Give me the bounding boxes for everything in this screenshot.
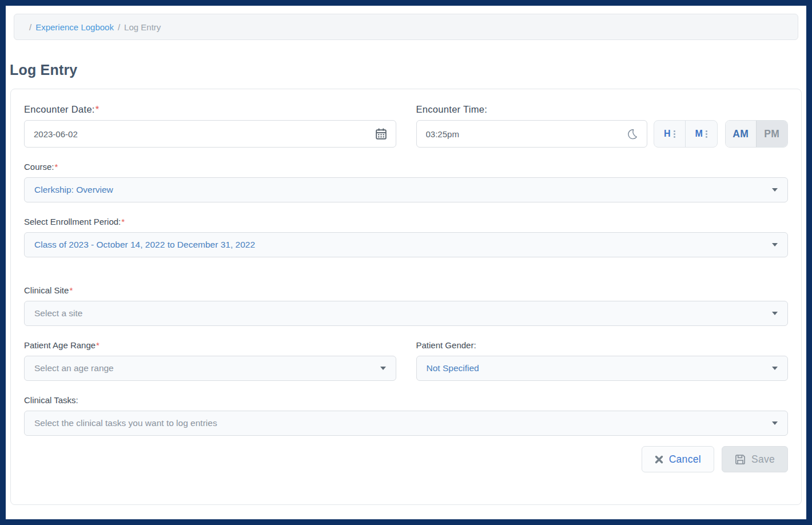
clinical-tasks-select-placeholder: Select the clinical tasks you want to lo…	[34, 418, 217, 428]
course-label-text: Course:	[24, 162, 54, 172]
patient-gender-label: Patient Gender:	[416, 340, 789, 351]
course-select[interactable]: Clerkship: Overview	[24, 177, 788, 202]
chevron-down-icon	[772, 188, 778, 192]
pm-toggle-button[interactable]: PM	[757, 121, 787, 147]
encounter-date-label-text: Encounter Date:	[24, 104, 95, 114]
patient-gender-select-value: Not Specified	[427, 363, 479, 373]
encounter-time-field-group: Encounter Time: H M	[416, 104, 789, 148]
required-asterisk: *	[69, 285, 73, 295]
encounter-time-label-text: Encounter Time:	[416, 104, 488, 114]
breadcrumb-current-page: Log Entry	[124, 22, 161, 32]
vertical-dots-icon	[706, 130, 707, 138]
x-icon	[655, 455, 663, 464]
required-asterisk: *	[121, 217, 125, 226]
required-asterisk: *	[96, 340, 99, 350]
patient-age-range-field-group: Patient Age Range* Select an age range	[24, 340, 396, 381]
required-asterisk: *	[95, 104, 99, 114]
enrollment-period-select[interactable]: Class of 2023 - October 14, 2022 to Dece…	[24, 232, 788, 257]
clinical-tasks-label: Clinical Tasks:	[24, 395, 788, 405]
encounter-date-label: Encounter Date:*	[24, 104, 396, 115]
save-icon	[735, 454, 746, 465]
encounter-time-input[interactable]	[426, 129, 627, 139]
am-pm-toggle-group: AM PM	[725, 120, 788, 148]
course-field-group: Course:* Clerkship: Overview	[24, 161, 788, 202]
chevron-down-icon	[380, 367, 386, 370]
patient-gender-label-text: Patient Gender:	[416, 340, 476, 350]
cancel-button-label: Cancel	[669, 454, 701, 466]
patient-age-range-label-text: Patient Age Range	[24, 340, 95, 350]
breadcrumb-separator: /	[118, 22, 120, 32]
clinical-tasks-field-group: Clinical Tasks: Select the clinical task…	[24, 395, 788, 436]
minute-stepper-label: M	[695, 129, 703, 139]
vertical-dots-icon	[674, 130, 675, 138]
calendar-icon[interactable]	[376, 128, 387, 140]
clinical-site-field-group: Clinical Site* Select a site	[24, 285, 788, 326]
enrollment-period-select-value: Class of 2023 - October 14, 2022 to Dece…	[34, 240, 255, 250]
clinical-site-select-placeholder: Select a site	[34, 308, 82, 319]
encounter-date-input-wrap	[24, 120, 396, 148]
breadcrumb: / Experience Logbook / Log Entry	[14, 14, 798, 40]
clinical-tasks-label-text: Clinical Tasks:	[24, 395, 78, 405]
log-entry-form-card: Encounter Date:*	[10, 89, 802, 505]
page-title: Log Entry	[10, 62, 806, 78]
patient-age-range-label: Patient Age Range*	[24, 340, 396, 351]
chevron-down-icon	[772, 421, 778, 425]
clinical-site-select[interactable]: Select a site	[24, 301, 788, 326]
patient-gender-select[interactable]: Not Specified	[416, 356, 789, 381]
clinical-site-label: Clinical Site*	[24, 285, 788, 296]
minute-stepper-button[interactable]: M	[686, 121, 717, 147]
patient-age-range-select[interactable]: Select an age range	[24, 356, 396, 381]
encounter-time-label: Encounter Time:	[416, 104, 789, 115]
save-button[interactable]: Save	[722, 446, 788, 472]
chevron-down-icon	[772, 312, 778, 315]
course-label: Course:*	[24, 161, 788, 172]
hour-minute-stepper-group: H M	[654, 120, 718, 148]
patient-gender-field-group: Patient Gender: Not Specified	[416, 340, 789, 381]
clinical-site-label-text: Clinical Site	[24, 285, 69, 295]
encounter-time-input-wrap	[416, 120, 647, 148]
required-asterisk: *	[55, 162, 58, 172]
form-actions: Cancel Save	[24, 446, 788, 472]
breadcrumb-link-experience-logbook[interactable]: Experience Logbook	[35, 22, 114, 32]
encounter-date-field-group: Encounter Date:*	[24, 104, 396, 148]
chevron-down-icon	[772, 243, 778, 246]
chevron-down-icon	[772, 367, 778, 370]
cancel-button[interactable]: Cancel	[642, 446, 714, 472]
enrollment-period-label: Select Enrollment Period:*	[24, 216, 788, 227]
enrollment-period-field-group: Select Enrollment Period:* Class of 2023…	[24, 216, 788, 257]
patient-age-range-select-placeholder: Select an age range	[34, 363, 114, 373]
encounter-date-input[interactable]	[34, 129, 376, 139]
am-toggle-button[interactable]: AM	[726, 121, 757, 147]
hour-stepper-button[interactable]: H	[654, 121, 686, 147]
course-select-value: Clerkship: Overview	[34, 185, 113, 195]
hour-stepper-label: H	[664, 129, 671, 139]
save-button-label: Save	[751, 454, 775, 466]
clinical-tasks-select[interactable]: Select the clinical tasks you want to lo…	[24, 411, 788, 436]
moon-icon	[627, 129, 638, 140]
breadcrumb-leading-slash: /	[29, 22, 31, 32]
enrollment-period-label-text: Select Enrollment Period:	[24, 217, 121, 226]
